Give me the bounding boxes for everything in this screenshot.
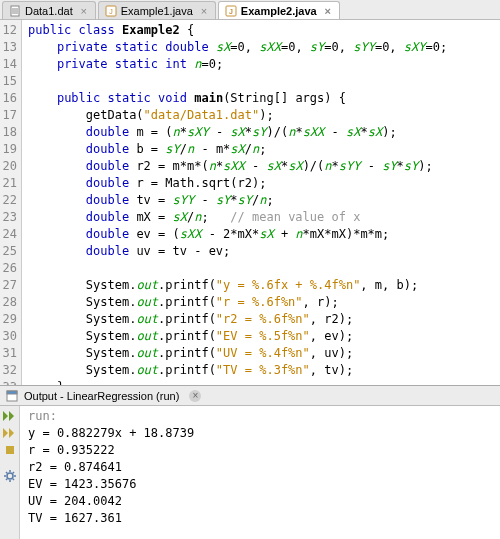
stop-button[interactable] [2,443,18,457]
tab-example1-java[interactable]: JExample1.java× [98,1,216,19]
code-line: public class Example2 { [28,22,494,39]
output-panel: run:y = 0.882279x + 18.8739r = 0.935222r… [0,406,500,539]
editor-tabs: Data1.dat×JExample1.java×JExample2.java× [0,0,500,20]
line-number: 12 [2,22,17,39]
settings-icon[interactable] [2,469,18,483]
code-line: getData("data/Data1.dat"); [28,107,494,124]
line-number: 28 [2,294,17,311]
line-number: 13 [2,39,17,56]
line-number: 24 [2,226,17,243]
line-number: 22 [2,192,17,209]
tab-label: Data1.dat [25,5,73,17]
svg-rect-9 [7,391,17,394]
line-number: 17 [2,107,17,124]
code-line: public static void main(String[] args) { [28,90,494,107]
line-number: 26 [2,260,17,277]
code-line [28,260,494,277]
tab-data1-dat[interactable]: Data1.dat× [2,1,96,19]
line-number: 20 [2,158,17,175]
close-tab-icon[interactable]: × [199,6,209,16]
output-title-text: Output - LinearRegression (run) [24,390,179,402]
svg-line-19 [12,472,13,473]
code-line: System.out.printf("TV = %.3f%n", tv); [28,362,494,379]
line-number: 31 [2,345,17,362]
code-area[interactable]: public class Example2 { private static d… [22,20,500,385]
output-line: r2 = 0.874641 [28,459,492,476]
output-line: UV = 204.0042 [28,493,492,510]
code-line: System.out.printf("UV = %.4f%n", uv); [28,345,494,362]
code-line: System.out.printf("r = %.6f%n", r); [28,294,494,311]
line-number: 30 [2,328,17,345]
java-file-icon: J [105,5,117,17]
output-text[interactable]: run:y = 0.882279x + 18.8739r = 0.935222r… [20,406,500,539]
output-line: EV = 1423.35676 [28,476,492,493]
rerun-alt-button[interactable] [2,426,18,440]
tab-example2-java[interactable]: JExample2.java× [218,1,340,19]
code-line: double ev = (sXX - 2*mX*sX + n*mX*mX)*m*… [28,226,494,243]
line-number: 29 [2,311,17,328]
tab-label: Example1.java [121,5,193,17]
tab-label: Example2.java [241,5,317,17]
line-number: 27 [2,277,17,294]
output-line: r = 0.935222 [28,442,492,459]
code-line: private static int n=0; [28,56,494,73]
svg-text:J: J [109,8,113,15]
code-line: double m = (n*sXY - sX*sY)/(n*sXX - sX*s… [28,124,494,141]
code-line: } [28,379,494,385]
close-tab-icon[interactable]: × [79,6,89,16]
output-window-icon [6,390,18,402]
output-line: y = 0.882279x + 18.8739 [28,425,492,442]
code-line: double b = sY/n - m*sX/n; [28,141,494,158]
output-toolbar [0,406,20,539]
data-file-icon [9,5,21,17]
line-number: 25 [2,243,17,260]
line-number: 33 [2,379,17,386]
output-line: TV = 1627.361 [28,510,492,527]
code-line: System.out.printf("y = %.6fx + %.4f%n", … [28,277,494,294]
line-number: 14 [2,56,17,73]
code-line: System.out.printf("EV = %.5f%n", ev); [28,328,494,345]
java-file-icon: J [225,5,237,17]
close-output-icon[interactable]: × [189,390,201,402]
code-line: private static double sX=0, sXX=0, sY=0,… [28,39,494,56]
line-number: 21 [2,175,17,192]
close-tab-icon[interactable]: × [323,6,333,16]
output-run-label: run: [28,408,492,425]
svg-line-16 [6,472,7,473]
line-number: 23 [2,209,17,226]
svg-point-11 [7,473,13,479]
line-number: 19 [2,141,17,158]
code-line [28,73,494,90]
code-line: double tv = sYY - sY*sY/n; [28,192,494,209]
code-editor: 1213141516171819202122232425262728293031… [0,20,500,386]
line-gutter: 1213141516171819202122232425262728293031… [0,20,22,385]
code-line: System.out.printf("r2 = %.6f%n", r2); [28,311,494,328]
line-number: 16 [2,90,17,107]
output-panel-header: Output - LinearRegression (run) × [0,386,500,406]
line-number: 32 [2,362,17,379]
line-number: 18 [2,124,17,141]
svg-line-18 [6,479,7,480]
code-line: double uv = tv - ev; [28,243,494,260]
line-number: 15 [2,73,17,90]
code-line: double r = Math.sqrt(r2); [28,175,494,192]
code-line: double mX = sX/n; // mean value of x [28,209,494,226]
code-line: double r2 = m*m*(n*sXX - sX*sX)/(n*sYY -… [28,158,494,175]
rerun-button[interactable] [2,409,18,423]
svg-line-17 [12,479,13,480]
svg-text:J: J [229,8,233,15]
svg-rect-10 [6,446,14,454]
